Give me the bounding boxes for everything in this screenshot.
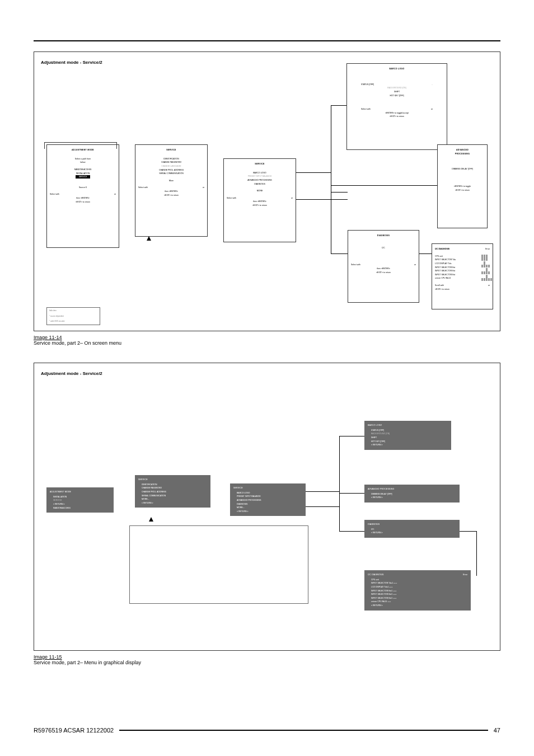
- connector: [339, 531, 364, 532]
- item-muted: PRESET INPUT BALANCE: [237, 495, 302, 499]
- item: CHANGE PASSWORD: [138, 161, 204, 165]
- menu-title: BARCO LOGO: [368, 424, 448, 428]
- menu-tab: [44, 142, 117, 149]
- diagram-title: Adjustment mode - Service/2: [41, 371, 493, 376]
- i2c-row: CPU unit: [371, 578, 467, 582]
- more: MORE...: [237, 506, 302, 510]
- select-label: Scroll with: [435, 284, 444, 288]
- item: RANDOM ACCESS: [53, 506, 110, 510]
- page-footer: R5976519 ACSAR 12122002 47: [34, 727, 500, 734]
- empty-panel: [129, 525, 308, 604]
- i2c: I2C: [351, 246, 416, 250]
- bar-chart-icon: [481, 255, 492, 281]
- footer-doc-id: R5976519 ACSAR 12122002: [34, 727, 114, 734]
- help-enter: then <ENTER>: [138, 190, 204, 194]
- caption-label: Image 11-14: [34, 335, 62, 340]
- top-rule: [34, 40, 500, 41]
- legend-note: Italic item * source dependent * valid i…: [46, 307, 100, 325]
- connector: [339, 436, 364, 436]
- note-line: * valid if I2C encoder: [49, 320, 97, 323]
- connector: [339, 493, 364, 494]
- i2c-row: INPUT SELECTOR Tda1 +++: [371, 581, 467, 585]
- bg: BACKGROUND [ON]: [350, 86, 444, 90]
- menu-title: I2C DIAGNOSIS: [368, 573, 383, 577]
- select-label: Select with: [50, 192, 59, 196]
- item-install: INSTALLATION: [50, 172, 116, 176]
- help-enter: <ENTER> to toggle: [441, 185, 484, 189]
- more: More: [138, 179, 204, 183]
- i2c-row: INPUT SELECTOR Ext1 +++: [371, 597, 467, 600]
- connector: [331, 253, 348, 254]
- connector: [419, 253, 432, 254]
- item: DIAGNOSIS: [227, 182, 293, 186]
- return: < RETURN >: [371, 443, 448, 447]
- barco-logo-menu: BARCO LOGO STATUS [OFF]– BACKGROUND [ON]…: [346, 63, 447, 150]
- status: STATUS [OFF]: [361, 83, 374, 87]
- connector: [476, 531, 477, 576]
- diagnosis-gmenu: DIAGNOSIS I2C < RETURN >: [364, 520, 460, 538]
- select-label: Select with: [351, 263, 360, 267]
- connector: [339, 436, 340, 531]
- item: CHANGE PASSWORD: [142, 486, 207, 490]
- or-label: or: [488, 284, 490, 288]
- menu-title: ADJUSTMENT MODE: [50, 490, 110, 494]
- connector: [460, 531, 476, 532]
- connector: [331, 185, 437, 186]
- connector: [296, 199, 348, 200]
- return: < RETURN >: [371, 604, 467, 608]
- return: < RETURN >: [371, 531, 456, 535]
- i2c-row: unicon CPU Mc24 +++: [371, 600, 467, 604]
- item: ADVANCED PROCESSING: [237, 499, 302, 503]
- i2c-row: INPUT SELECTOR Ext1 +++: [371, 593, 467, 597]
- diagnosis-menu: DIAGNOSIS I2C Select withor then <ENTER>…: [348, 230, 419, 303]
- connector: [331, 192, 348, 192]
- footer-page-number: 47: [494, 727, 500, 734]
- menu-title: ADVANCED PROCESSING: [368, 487, 456, 491]
- adjustment-mode-menu: ADJUSTMENT MODE Select a path from below…: [46, 144, 119, 248]
- diagram-1114: Adjustment mode - Service/2 ADJUSTMENT M…: [34, 51, 500, 331]
- adjustment-mode-gmenu: ADJUSTMENT MODE INSTALLATION SERVICE < R…: [46, 487, 114, 513]
- status: STATUS [OFF]: [371, 429, 448, 433]
- barco-logo-gmenu: BARCO LOGO STATUS [OFF] BACKGROUND [ON] …: [364, 421, 451, 450]
- help-exit: <EXIT> to return: [441, 189, 484, 192]
- i2c-gmenu: I2C DIAGNOSISError CPU unit INPUT SELECT…: [364, 570, 471, 611]
- menu-title: I2C DIAGNOSIS: [435, 247, 449, 251]
- caption-1115: Image 11-15 Service mode, part 2– Menu i…: [34, 654, 500, 665]
- help-exit: <EXIT> to return: [351, 271, 416, 275]
- return: < RETURN >: [371, 496, 456, 500]
- menu-title: BARCO LOGO: [350, 67, 444, 71]
- help-enter: then <ENTER>: [50, 196, 116, 200]
- item-random: RANDOM ACCESS: [50, 168, 116, 172]
- connector: [331, 192, 331, 253]
- menu-title: SERVICE: [227, 162, 293, 166]
- service-gmenu-1: SERVICE IDENTIFICATION CHANGE PASSWORD C…: [135, 475, 210, 508]
- service-menu-1: SERVICE IDENTIFICATION CHANGE PASSWORD C…: [135, 144, 208, 237]
- return: < RETURN >: [142, 501, 207, 505]
- dim: DIMMING DELAY [OFF]: [441, 167, 484, 171]
- help-exit: <EXIT> to return: [227, 204, 293, 208]
- or-label: or: [414, 263, 416, 267]
- or-label: or: [203, 186, 204, 190]
- caption-text: Service mode, part 2– On screen menu: [34, 340, 121, 346]
- hotkey: HOT KEY [OFF]: [350, 94, 444, 98]
- dash: –: [432, 83, 433, 87]
- bg: BACKGROUND [ON]: [371, 432, 448, 436]
- item-muted: PRESET INPUT BALANCE: [227, 175, 293, 179]
- or-label: or: [291, 196, 293, 200]
- below: below: [50, 161, 116, 165]
- caption-1114: Image 11-14 Service mode, part 2– On scr…: [34, 335, 500, 346]
- error-label: Error: [485, 247, 490, 251]
- item: INSTALLATION: [53, 495, 110, 499]
- advanced-gmenu: ADVANCED PROCESSING DIMMING DELAY [OFF] …: [364, 485, 460, 503]
- help-exit: <EXIT> to return: [50, 200, 116, 204]
- select-label: Select with: [227, 196, 236, 200]
- i2c-row: LCD DISPLAY Tda1 +++: [371, 585, 467, 589]
- help-exit: <EXIT> to return: [138, 194, 204, 198]
- item-service-selected: SERVICE: [76, 175, 90, 179]
- cursor-icon: [453, 434, 453, 441]
- return: < RETURN >: [53, 503, 110, 506]
- menu-title: SERVICE: [233, 486, 302, 490]
- help-enter: <ENTER> to toggle/accept: [350, 111, 444, 115]
- caption-text: Service mode, part 2– Menu in graphical …: [34, 660, 141, 665]
- i2c-row: INPUT SELECTOR Ext1 +++: [371, 589, 467, 593]
